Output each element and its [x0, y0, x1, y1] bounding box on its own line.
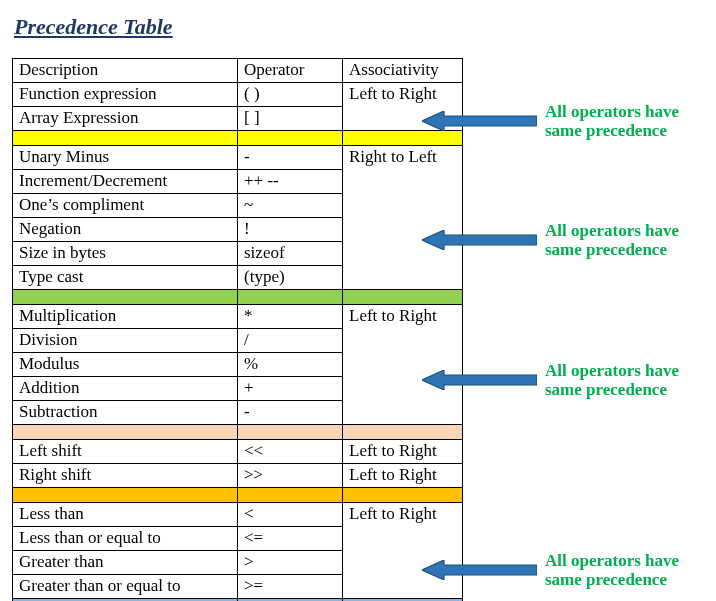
- cell-description: Division: [13, 329, 238, 353]
- separator-row: [13, 131, 463, 146]
- annotation-text: All operators have same precedence: [545, 551, 679, 589]
- separator-row: [13, 290, 463, 305]
- cell-description: Less than: [13, 503, 238, 527]
- annotation-text: All operators have same precedence: [545, 102, 679, 140]
- arrow-left-icon: [422, 370, 537, 390]
- precedence-table: Description Operator Associativity Funct…: [12, 58, 463, 601]
- cell-operator: ~: [238, 194, 343, 218]
- arrow-left-icon: [422, 111, 537, 131]
- annotation: All operators have same precedence: [422, 358, 679, 402]
- cell-operator: !: [238, 218, 343, 242]
- arrow-left-icon: [422, 230, 537, 250]
- header-description: Description: [13, 59, 238, 83]
- cell-description: Less than or equal to: [13, 527, 238, 551]
- cell-description: Left shift: [13, 440, 238, 464]
- cell-operator: <: [238, 503, 343, 527]
- annotation-text: All operators have same precedence: [545, 361, 679, 399]
- cell-description: Greater than or equal to: [13, 575, 238, 599]
- cell-operator: >=: [238, 575, 343, 599]
- cell-operator: (type): [238, 266, 343, 290]
- header-associativity: Associativity: [343, 59, 463, 83]
- svg-marker-0: [422, 111, 537, 131]
- cell-description: Unary Minus: [13, 146, 238, 170]
- header-operator: Operator: [238, 59, 343, 83]
- cell-operator: <<: [238, 440, 343, 464]
- content-stage: Description Operator Associativity Funct…: [12, 58, 704, 601]
- cell-operator: sizeof: [238, 242, 343, 266]
- cell-operator: <=: [238, 527, 343, 551]
- cell-description: Subtraction: [13, 401, 238, 425]
- separator-row: [13, 425, 463, 440]
- cell-operator: [ ]: [238, 107, 343, 131]
- cell-description: Function expression: [13, 83, 238, 107]
- cell-description: Increment/Decrement: [13, 170, 238, 194]
- table-row: Multiplication * Left to Right: [13, 305, 463, 329]
- cell-description: Array Expression: [13, 107, 238, 131]
- page-title: Precedence Table: [14, 14, 704, 40]
- table-row: Unary Minus - Right to Left: [13, 146, 463, 170]
- table-row: Less than < Left to Right: [13, 503, 463, 527]
- annotation: All operators have same precedence: [422, 218, 679, 262]
- arrow-left-icon: [422, 560, 537, 580]
- cell-description: Addition: [13, 377, 238, 401]
- svg-marker-2: [422, 230, 537, 250]
- table-row: Left shift << Left to Right: [13, 440, 463, 464]
- cell-description: Negation: [13, 218, 238, 242]
- cell-operator: ++ --: [238, 170, 343, 194]
- separator-row: [13, 488, 463, 503]
- cell-description: One’s compliment: [13, 194, 238, 218]
- cell-associativity: Left to Right: [343, 464, 463, 488]
- annotation: All operators have same precedence: [422, 548, 679, 592]
- cell-description: Greater than: [13, 551, 238, 575]
- svg-marker-4: [422, 370, 537, 390]
- cell-associativity: Left to Right: [343, 440, 463, 464]
- cell-operator: >: [238, 551, 343, 575]
- cell-operator: >>: [238, 464, 343, 488]
- cell-operator: ( ): [238, 83, 343, 107]
- cell-operator: -: [238, 401, 343, 425]
- cell-operator: %: [238, 353, 343, 377]
- table-row: Right shift >> Left to Right: [13, 464, 463, 488]
- table-header-row: Description Operator Associativity: [13, 59, 463, 83]
- svg-marker-6: [422, 560, 537, 580]
- cell-operator: /: [238, 329, 343, 353]
- cell-description: Size in bytes: [13, 242, 238, 266]
- cell-description: Right shift: [13, 464, 238, 488]
- cell-operator: *: [238, 305, 343, 329]
- cell-description: Modulus: [13, 353, 238, 377]
- annotation-text: All operators have same precedence: [545, 221, 679, 259]
- annotation: All operators have same precedence: [422, 99, 679, 143]
- cell-description: Multiplication: [13, 305, 238, 329]
- cell-description: Type cast: [13, 266, 238, 290]
- table-row: Function expression ( ) Left to Right: [13, 83, 463, 107]
- cell-operator: -: [238, 146, 343, 170]
- cell-operator: +: [238, 377, 343, 401]
